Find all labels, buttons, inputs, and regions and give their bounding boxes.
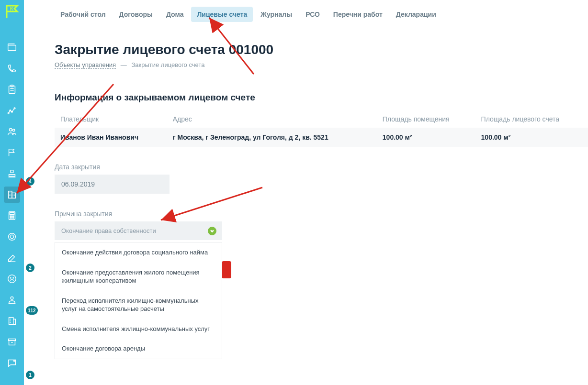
sidebar-people-icon[interactable] — [4, 123, 20, 140]
sidebar-building-icon[interactable] — [4, 187, 20, 203]
svg-point-4 — [8, 112, 9, 114]
reason-select[interactable]: Окончание права собственности — [55, 221, 222, 240]
svg-rect-13 — [10, 213, 14, 215]
info-table: ПлательщикАдресПлощадь помещенияПлощадь … — [55, 110, 588, 147]
badge-2: 2 — [26, 264, 34, 272]
dropdown-option[interactable]: Окончание действия договора социального … — [55, 242, 222, 263]
cell: 100.00 м² — [377, 128, 475, 147]
svg-point-16 — [13, 216, 14, 217]
cell: г Москва, г Зеленоград, ул Гоголя, д 2, … — [167, 128, 377, 147]
nav-Договоры[interactable]: Договоры — [113, 7, 158, 22]
sidebar-phone-icon[interactable] — [4, 60, 20, 77]
submit-button-edge[interactable] — [222, 261, 231, 278]
nav-РСО[interactable]: РСО — [300, 7, 326, 22]
svg-point-8 — [10, 129, 12, 132]
sidebar-calculator-icon[interactable] — [4, 208, 20, 224]
svg-point-23 — [11, 277, 11, 278]
svg-point-9 — [12, 129, 15, 132]
table-row: Иванов Иван Ивановичг Москва, г Зеленогр… — [55, 128, 588, 147]
nav-Журналы[interactable]: Журналы — [255, 7, 298, 22]
nav-Рабочий стол[interactable]: Рабочий стол — [55, 7, 112, 22]
col-header: Площадь помещения — [377, 110, 475, 128]
svg-rect-10 — [9, 191, 12, 198]
dropdown-option[interactable]: Смена исполнителя жилищно-коммунальных у… — [55, 319, 222, 339]
col-header: Плательщик — [55, 110, 167, 128]
svg-rect-1 — [8, 45, 16, 50]
svg-point-15 — [11, 216, 12, 217]
sidebar-users2-icon[interactable] — [4, 292, 20, 308]
svg-rect-11 — [12, 193, 15, 198]
svg-point-19 — [13, 218, 14, 219]
chevron-down-icon — [208, 227, 216, 235]
cell: 100.00 м² — [475, 128, 588, 147]
sidebar: K — [0, 0, 24, 385]
badge-1: 1 — [26, 371, 34, 379]
reason-dropdown: Окончание действия договора социального … — [55, 242, 222, 359]
svg-point-25 — [11, 297, 13, 300]
sidebar-coin-icon[interactable] — [4, 229, 20, 245]
svg-point-14 — [10, 216, 11, 217]
sidebar-sad-icon[interactable] — [4, 271, 20, 287]
nav-Декларации[interactable]: Декларации — [390, 7, 442, 22]
sidebar-building2-icon[interactable] — [4, 313, 20, 329]
col-header: Адрес — [167, 110, 377, 128]
date-input[interactable] — [55, 175, 170, 194]
breadcrumb-current: Закрытие лицевого счета — [131, 61, 204, 68]
nav-Перечни работ[interactable]: Перечни работ — [328, 7, 388, 22]
svg-point-17 — [10, 218, 11, 219]
breadcrumb-sep: — — [121, 61, 127, 68]
reason-selected-text: Окончание права собственности — [61, 227, 156, 234]
section-title: Информация о закрываемом лицевом счете — [55, 92, 588, 103]
date-label: Дата закрытия — [55, 163, 588, 171]
svg-rect-26 — [9, 318, 13, 325]
svg-point-24 — [13, 277, 13, 278]
svg-point-21 — [10, 235, 13, 238]
badge-column: 4 2 112 1 — [24, 0, 38, 385]
sidebar-archive-icon[interactable] — [4, 334, 20, 350]
reason-label: Причина закрытия — [55, 210, 588, 218]
nav-Дома[interactable]: Дома — [160, 7, 189, 22]
svg-rect-28 — [9, 341, 15, 345]
top-nav: Рабочий столДоговорыДомаЛицевые счетаЖур… — [55, 0, 588, 28]
nav-Лицевые счета[interactable]: Лицевые счета — [191, 7, 253, 22]
sidebar-wallet-icon[interactable] — [4, 39, 20, 55]
app-logo[interactable]: K — [4, 4, 20, 20]
badge-112: 112 — [26, 306, 38, 315]
breadcrumb: Объекты управления — Закрытие лицевого с… — [55, 61, 588, 68]
page-title: Закрытие лицевого счета 001000 — [55, 42, 588, 57]
breadcrumb-link[interactable]: Объекты управления — [55, 61, 116, 69]
dropdown-option[interactable]: Переход исполнителя жилищно-коммунальных… — [55, 291, 222, 319]
col-header: Площадь лицевого счета — [475, 110, 588, 128]
sidebar-chart-icon[interactable] — [4, 102, 20, 119]
svg-point-18 — [11, 218, 12, 219]
svg-text:K: K — [10, 6, 14, 11]
sidebar-clipboard-icon[interactable] — [4, 81, 20, 98]
svg-point-22 — [8, 275, 16, 283]
svg-point-20 — [9, 233, 16, 241]
dropdown-option[interactable]: Окончание предоставления жилого помещени… — [55, 263, 222, 291]
sidebar-chat-icon[interactable] — [4, 355, 20, 371]
cell: Иванов Иван Иванович — [55, 128, 167, 147]
sidebar-flag-icon[interactable] — [4, 144, 20, 161]
sidebar-edit-icon[interactable] — [4, 250, 20, 266]
badge-4: 4 — [26, 177, 34, 186]
dropdown-option[interactable]: Окончание договора аренды — [55, 339, 222, 359]
sidebar-stamp-icon[interactable] — [4, 165, 20, 182]
